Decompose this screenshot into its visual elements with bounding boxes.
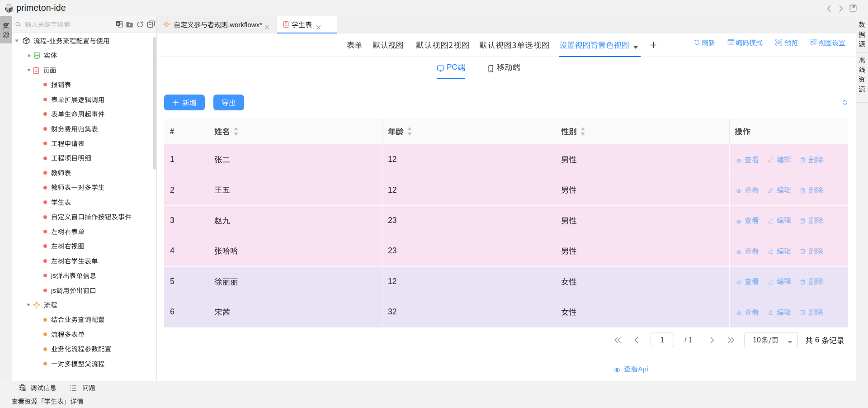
svg-text:in: in [117, 22, 119, 25]
